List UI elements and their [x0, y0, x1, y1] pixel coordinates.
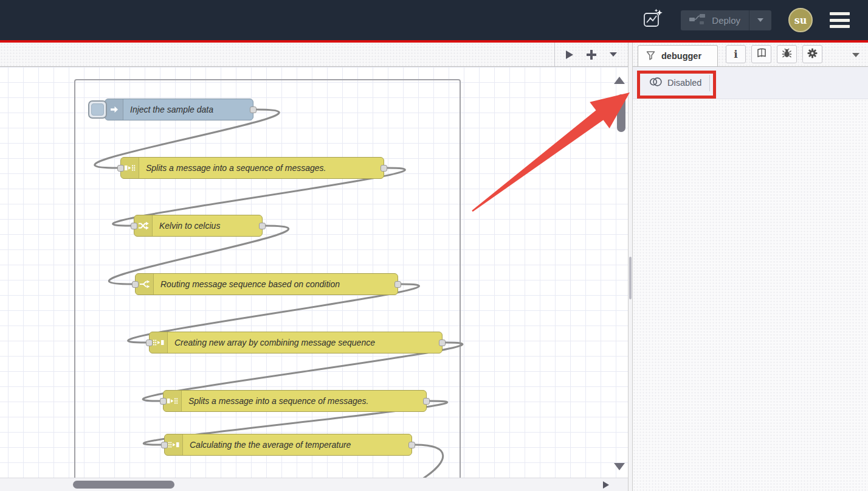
- node-input-port[interactable]: [160, 398, 167, 405]
- node-red-app: Deploy su: [0, 0, 868, 491]
- node-input-port[interactable]: [117, 165, 124, 172]
- info-tab-button[interactable]: i: [726, 45, 746, 63]
- flow-canvas[interactable]: Inject the sample dataSplits a message i…: [0, 67, 628, 478]
- node-output-port[interactable]: [423, 398, 430, 405]
- flow-tabbar: [0, 43, 628, 67]
- help-docs-tab-button[interactable]: [751, 45, 771, 63]
- tab-debugger[interactable]: debugger: [638, 45, 718, 66]
- node-output-port[interactable]: [394, 281, 401, 288]
- node-output-port[interactable]: [250, 106, 257, 113]
- horizontal-scrollbar[interactable]: [0, 478, 628, 491]
- toolbar-separator: [709, 75, 710, 91]
- flow-node-split1[interactable]: Splits a message into a sequence of mess…: [120, 157, 384, 179]
- ai-flow-sparkle-icon: [642, 8, 664, 32]
- node-label: Calculating the the average of temperatu…: [183, 434, 358, 455]
- tab-scroll-right-button[interactable]: [566, 50, 573, 59]
- sidebar-tabs-caret-button[interactable]: [852, 53, 859, 57]
- node-input-port[interactable]: [132, 281, 139, 288]
- sidebar-splitter[interactable]: [628, 43, 633, 491]
- bug-icon: [782, 47, 792, 61]
- chevron-down-icon: [757, 18, 763, 22]
- scroll-right-arrow-button[interactable]: [603, 481, 609, 489]
- node-output-port[interactable]: [381, 165, 387, 172]
- node-input-port[interactable]: [161, 442, 168, 448]
- flow-node-join1[interactable]: Creating new array by combining message …: [149, 332, 443, 353]
- debug-sidebar-toolbar: Disabled: [633, 67, 868, 99]
- flow-node-join2[interactable]: Calculating the the average of temperatu…: [164, 434, 412, 456]
- canvas-scroll-down-button[interactable]: [614, 463, 625, 470]
- debug-messages-panel[interactable]: [633, 99, 868, 491]
- debug-disabled-toggle-button[interactable]: Disabled: [649, 77, 701, 89]
- canvas-vertical-scrollbar-thumb[interactable]: [617, 94, 625, 132]
- main-menu-button[interactable]: [830, 12, 850, 28]
- tab-debugger-label: debugger: [661, 51, 701, 61]
- node-label: Inject the sample data: [123, 99, 221, 120]
- sidebar-tabbar: debugger i: [633, 43, 868, 67]
- node-label: Splits a message into a sequence of mess…: [139, 158, 334, 178]
- info-icon: i: [734, 49, 737, 60]
- workspace: Inject the sample dataSplits a message i…: [0, 43, 628, 491]
- wires-layer: [0, 67, 628, 478]
- disabled-label: Disabled: [667, 78, 701, 88]
- node-label: Kelvin to celcius: [153, 215, 227, 236]
- inject-button-face: [91, 103, 104, 116]
- flask-icon: [646, 50, 656, 62]
- avatar-initials: su: [794, 15, 807, 26]
- ai-assistant-button[interactable]: [642, 9, 664, 31]
- add-flow-button[interactable]: [587, 50, 596, 60]
- gear-icon: [807, 48, 818, 61]
- inject-run-button[interactable]: [88, 100, 107, 119]
- deploy-label: Deploy: [712, 15, 740, 26]
- flow-node-split2[interactable]: Splits a message into a sequence of mess…: [163, 390, 427, 412]
- header: Deploy su: [0, 0, 868, 40]
- debug-tab-button[interactable]: [777, 45, 797, 63]
- node-label: Splits a message into a sequence of mess…: [182, 391, 376, 411]
- inject-arrow-icon: [105, 99, 123, 120]
- sidebar: debugger i: [633, 43, 868, 491]
- canvas-scroll-up-button[interactable]: [614, 77, 625, 84]
- deploy-icon: [689, 14, 706, 27]
- splitter-grip-handle[interactable]: [629, 257, 632, 299]
- deploy-options-caret-button[interactable]: [749, 10, 771, 30]
- sidebar-tab-buttons: i: [726, 45, 822, 63]
- hamburger-icon: [830, 12, 850, 15]
- node-output-port[interactable]: [259, 223, 266, 229]
- config-nodes-tab-button[interactable]: [802, 45, 822, 63]
- tabbar-actions: [554, 43, 628, 66]
- node-label: Creating new array by combining message …: [168, 332, 382, 353]
- flow-node-change1[interactable]: Kelvin to celcius: [134, 215, 263, 237]
- user-avatar[interactable]: su: [788, 8, 813, 32]
- flow-node-inject[interactable]: Inject the sample data: [105, 99, 253, 120]
- toggle-icon: [649, 77, 663, 89]
- node-input-port[interactable]: [146, 340, 153, 346]
- node-output-port[interactable]: [439, 340, 446, 346]
- node-input-port[interactable]: [131, 223, 137, 229]
- horizontal-scrollbar-thumb[interactable]: [73, 481, 174, 489]
- deploy-button[interactable]: Deploy: [681, 10, 771, 30]
- node-label: Routing message sequence based on condit…: [154, 274, 347, 294]
- book-icon: [756, 48, 767, 61]
- flow-list-caret-button[interactable]: [610, 52, 617, 57]
- main-area: Inject the sample dataSplits a message i…: [0, 43, 868, 491]
- flow-node-switch1[interactable]: Routing message sequence based on condit…: [135, 273, 398, 295]
- node-output-port[interactable]: [408, 442, 415, 448]
